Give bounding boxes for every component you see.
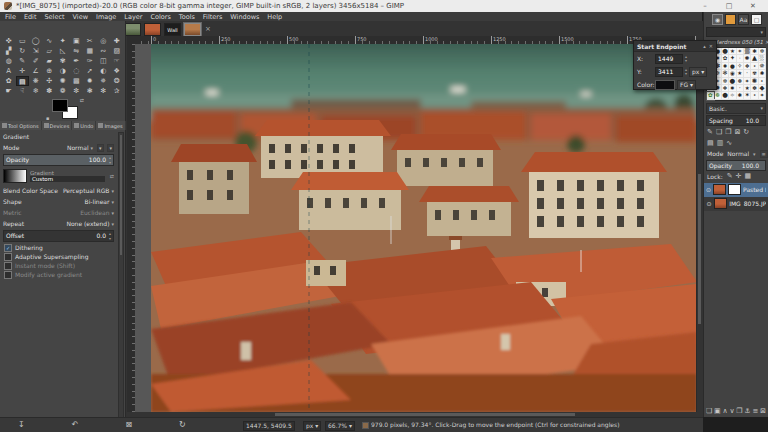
move-tool[interactable]: ✜ xyxy=(2,36,16,46)
select-by-color-tool[interactable]: ▣ xyxy=(70,36,84,46)
fuzzy-select-tool[interactable]: ✦ xyxy=(56,36,70,46)
clone-tool[interactable]: ◫ xyxy=(97,56,111,66)
scale-tool[interactable]: ⇲ xyxy=(29,46,43,56)
handle-transform-tool[interactable]: ✣ xyxy=(43,76,57,86)
pattern-fill-tool[interactable]: ❋ xyxy=(29,76,43,86)
canvas-image[interactable] xyxy=(151,44,696,412)
rotate-tool[interactable]: ↻ xyxy=(16,46,30,56)
brush-52[interactable]: ✧ xyxy=(729,92,736,99)
brush-filter-combo[interactable]: ▾ xyxy=(706,27,766,37)
brush-12[interactable]: ✦ xyxy=(729,55,736,62)
paths-tool[interactable]: ➚ xyxy=(83,66,97,76)
foreground-color-swatch[interactable] xyxy=(52,99,68,112)
checkbox-modify-active-gradient[interactable]: Modify active gradient xyxy=(0,270,117,279)
unit-select[interactable]: px ▾ xyxy=(689,67,707,77)
foreground-select-tool[interactable]: ◎ xyxy=(97,36,111,46)
restore-tool-preset-button[interactable]: ↶ xyxy=(72,420,79,429)
brush-36[interactable]: ● xyxy=(729,78,736,85)
brush-51[interactable]: ● xyxy=(722,92,729,99)
mode-row[interactable]: Mode Normal▾ ▾ ▾ xyxy=(0,142,117,153)
brush-27[interactable]: ❄ xyxy=(722,70,729,77)
spinner-arrows-icon[interactable]: ▴▾ xyxy=(685,68,687,76)
menu-edit[interactable]: Edit xyxy=(24,13,37,21)
heal-tool[interactable]: ◐ xyxy=(97,66,111,76)
brush-23[interactable]: • xyxy=(751,63,758,70)
visibility-icon[interactable]: ⊙ xyxy=(706,200,712,207)
fonts-tab[interactable]: Aa xyxy=(738,14,749,25)
badge-brush-tool[interactable]: ✰ xyxy=(110,86,124,96)
desaturate-tool[interactable]: ✵ xyxy=(97,76,111,86)
brush-53[interactable]: ✱ xyxy=(737,92,744,99)
scrollbar-handle[interactable] xyxy=(698,174,701,324)
menu-filters[interactable]: Filters xyxy=(203,13,222,21)
posterize-tool[interactable]: ✹ xyxy=(83,76,97,86)
brush-43[interactable]: ❖ xyxy=(722,85,729,92)
menu-tools[interactable]: Tools xyxy=(179,13,195,21)
brush-13[interactable]: · xyxy=(737,55,744,62)
unified-transform-tool[interactable]: ▦ xyxy=(83,46,97,56)
brush-50[interactable]: ❁ xyxy=(714,92,721,99)
blur-sharpen-tool[interactable]: ◌ xyxy=(70,66,84,76)
image-tab-3[interactable]: Wall xyxy=(164,23,181,36)
perspective-clone-tool[interactable]: ❖ xyxy=(110,66,124,76)
menu-colors[interactable]: Colors xyxy=(150,13,170,21)
brush-48[interactable]: ◆ xyxy=(759,85,766,92)
brush-44[interactable]: ✸ xyxy=(729,85,736,92)
color-source-select[interactable]: FG ▾ xyxy=(677,80,696,90)
x-input[interactable]: 1449 xyxy=(655,54,683,64)
opacity-slider[interactable]: Opacity 100.0 ▴▾ xyxy=(3,154,114,166)
merge-layer-button[interactable]: ≡ xyxy=(752,407,758,416)
spacing-slider[interactable]: Spacing 10.0 xyxy=(706,115,766,126)
npoint-deformation-tool[interactable]: ✺ xyxy=(56,76,70,86)
brush-preset-combo[interactable]: Basic. ▾ xyxy=(706,103,766,114)
repeat-row[interactable]: Repeat None (extend)▾ xyxy=(0,218,117,229)
eraser-tool[interactable]: ▰ xyxy=(43,56,57,66)
refresh-brushes-button[interactable]: ↻ xyxy=(743,128,749,137)
brush-32[interactable]: ✱ xyxy=(759,70,766,77)
brush-29[interactable]: ★ xyxy=(737,70,744,77)
checkbox-instant-mode-shift-[interactable]: Instant mode (Shift) xyxy=(0,261,117,270)
hand-tool[interactable]: ☛ xyxy=(2,86,16,96)
swap-colors-icon[interactable]: ⇄ xyxy=(80,97,84,103)
star-brush-tool[interactable]: ✻ xyxy=(97,86,111,96)
new-layer-button[interactable]: ❏ xyxy=(706,407,712,416)
smudge-tool[interactable]: ☞ xyxy=(110,56,124,66)
vertical-scrollbar[interactable] xyxy=(696,44,702,412)
bloom-brush-tool[interactable]: ❁ xyxy=(56,86,70,96)
brush-49[interactable]: ✿ xyxy=(707,92,714,99)
layer-row-1[interactable]: ⊙Pasted Layer xyxy=(704,183,768,197)
dodge-burn-tool[interactable]: ◑ xyxy=(56,66,70,76)
layer-mode-row[interactable]: Mode Normal ▾ ≡ xyxy=(704,149,768,159)
duplicate-layer-button[interactable]: ❐ xyxy=(736,407,742,416)
spray-brush-tool[interactable]: ✼ xyxy=(70,86,84,96)
brush-46[interactable]: ★ xyxy=(744,85,751,92)
image-tab-4[interactable] xyxy=(184,23,201,36)
close-button[interactable]: ✕ xyxy=(748,2,758,10)
flower-brush-tool[interactable]: ✽ xyxy=(43,86,57,96)
brush-35[interactable]: ✻ xyxy=(722,78,729,85)
brush-24[interactable]: ✵ xyxy=(759,63,766,70)
close-tab-icon[interactable]: × xyxy=(205,26,211,33)
brush-5[interactable]: ✶ xyxy=(737,48,744,55)
channels-tab-icon[interactable]: ▥ xyxy=(717,139,724,148)
gradient-preview[interactable] xyxy=(3,169,27,183)
rectangle-select-tool[interactable]: ▭ xyxy=(16,36,30,46)
gradient-chooser[interactable]: Gradient Custom ⇄ xyxy=(0,167,117,185)
layer-mode-value[interactable]: Normal xyxy=(727,150,749,157)
brush-6[interactable]: ▒ xyxy=(744,48,751,55)
new-group-button[interactable]: ▣ xyxy=(714,407,721,416)
brush-4[interactable]: ★ xyxy=(729,48,736,55)
spinner-arrows-icon[interactable]: ▴▾ xyxy=(685,55,687,63)
pencil-tool[interactable]: ✎ xyxy=(16,56,30,66)
paths-tab-icon[interactable]: ∿ xyxy=(726,139,732,148)
lock-position-icon[interactable]: ✛ xyxy=(736,172,742,181)
offset-slider[interactable]: Offset 0.0 ▴▾ xyxy=(3,230,114,242)
brush-20[interactable]: ● xyxy=(729,63,736,70)
threshold-tool[interactable]: ❂ xyxy=(110,76,124,86)
minimize-button[interactable]: – xyxy=(700,2,710,10)
delete-tool-preset-button[interactable]: ⊠ xyxy=(125,420,132,429)
crop-tool[interactable]: ▞ xyxy=(2,46,16,56)
visibility-icon[interactable]: ⊙ xyxy=(706,186,711,193)
grid-tool[interactable]: ▩ xyxy=(70,76,84,86)
lower-layer-button[interactable]: ∨ xyxy=(729,407,734,416)
